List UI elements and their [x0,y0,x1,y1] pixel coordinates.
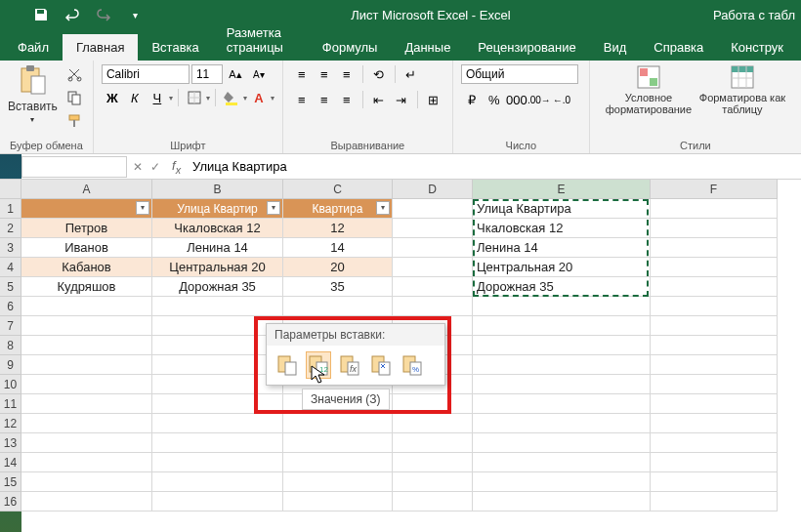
format-painter-icon[interactable] [63,111,85,131]
cell[interactable] [21,414,152,433]
filter-dropdown-icon[interactable]: ▾ [376,201,390,215]
cell[interactable] [393,219,473,238]
cell[interactable] [473,336,651,355]
cell[interactable] [283,453,393,472]
currency-icon[interactable]: ₽ [461,90,483,109]
row-header[interactable]: 13 [0,433,21,453]
cell[interactable] [152,336,283,355]
cell[interactable]: Центральная 20 [152,258,283,277]
cell[interactable] [473,414,651,433]
align-center-icon[interactable]: ≡ [314,90,335,109]
tab-design[interactable]: Конструк [717,34,797,61]
cell[interactable] [393,492,473,512]
cell[interactable] [473,375,651,394]
cell[interactable] [651,219,778,238]
name-box[interactable] [21,156,127,178]
cell[interactable] [152,394,283,414]
cell[interactable] [21,355,152,375]
accept-formula-icon[interactable]: ✓ [150,160,160,174]
undo-icon[interactable] [59,3,86,26]
cell[interactable]: Чкаловская 12 [473,219,651,238]
fill-color-icon[interactable] [221,88,242,107]
cell[interactable] [473,297,651,316]
cell[interactable]: Ленина 14 [152,238,283,258]
cell[interactable] [21,453,152,472]
align-left-icon[interactable]: ≡ [291,90,313,109]
cell[interactable]: 35 [283,277,393,297]
cell[interactable]: Центральная 20 [473,258,651,277]
cell[interactable] [651,199,778,219]
cell[interactable] [651,453,778,472]
column-header[interactable]: A [21,180,152,199]
cell[interactable] [651,394,778,414]
align-bottom-icon[interactable]: ≡ [336,64,358,84]
cell[interactable] [21,394,152,414]
font-size-select[interactable] [191,64,223,84]
cell[interactable]: Дорожная 35 [473,277,651,297]
row-header[interactable]: 12 [0,414,21,433]
cell[interactable] [152,375,283,394]
cell[interactable]: Чкаловская 12 [152,219,283,238]
decrease-decimal-icon[interactable]: ←.0 [551,90,572,109]
tab-home[interactable]: Главная [63,34,138,61]
column-header[interactable]: B [152,180,283,199]
row-header[interactable]: 6 [0,297,21,316]
bold-button[interactable]: Ж [102,88,123,107]
cell[interactable]: Иванов [21,238,152,258]
tab-file[interactable]: Файл [4,34,63,61]
formula-input[interactable] [187,156,801,178]
row-header[interactable]: 3 [0,238,21,258]
row-header[interactable]: 14 [0,453,21,472]
copy-icon[interactable] [63,88,85,107]
cell[interactable] [152,492,283,512]
paste-formulas-icon[interactable]: fx [337,351,362,379]
cell[interactable] [152,433,283,453]
cell[interactable]: 12 [283,219,393,238]
cell[interactable] [393,258,473,277]
paste-values-icon[interactable]: 123 [306,351,331,379]
row-header[interactable]: 8 [0,336,21,355]
cell[interactable]: Улица Квартира [473,199,651,219]
cell[interactable]: Улица Квартир▾ [152,199,283,219]
paste-button[interactable]: Вставить ▾ [8,64,58,124]
borders-icon[interactable] [184,88,205,107]
font-color-icon[interactable]: А [248,88,270,107]
align-right-icon[interactable]: ≡ [336,90,358,109]
cell[interactable] [152,453,283,472]
cell[interactable]: Кабанов [21,258,152,277]
paste-formatting-icon[interactable]: % [400,351,425,379]
cell[interactable]: Кудряшов [21,277,152,297]
cut-icon[interactable] [63,64,85,84]
cell[interactable] [473,316,651,336]
increase-font-icon[interactable]: A▴ [225,64,246,84]
cell[interactable]: Дорожная 35 [152,277,283,297]
align-middle-icon[interactable]: ≡ [314,64,335,84]
tab-layout[interactable]: Разметка страницы [213,20,309,61]
filter-dropdown-icon[interactable]: ▾ [267,201,280,215]
row-header[interactable]: 2 [0,219,21,238]
cell[interactable] [152,316,283,336]
cell[interactable] [283,492,393,512]
cell[interactable] [651,414,778,433]
cell[interactable] [393,394,473,414]
row-header[interactable]: 4 [0,258,21,277]
cell[interactable] [21,472,152,492]
cell[interactable] [21,492,152,512]
row-header[interactable]: 11 [0,394,21,414]
cell[interactable] [21,375,152,394]
row-header[interactable]: 10 [0,375,21,394]
cell[interactable] [651,433,778,453]
cancel-formula-icon[interactable]: ✕ [133,160,143,174]
row-header[interactable]: 5 [0,277,21,297]
cell[interactable] [21,316,152,336]
row-header[interactable]: 16 [0,492,21,512]
cell[interactable] [393,277,473,297]
cell[interactable] [152,355,283,375]
increase-indent-icon[interactable]: ⇥ [391,90,412,109]
cell[interactable]: Петров [21,219,152,238]
cell[interactable] [393,297,473,316]
cell[interactable] [393,199,473,219]
cell[interactable]: 20 [283,258,393,277]
cell[interactable] [21,433,152,453]
number-format-select[interactable] [461,64,578,84]
